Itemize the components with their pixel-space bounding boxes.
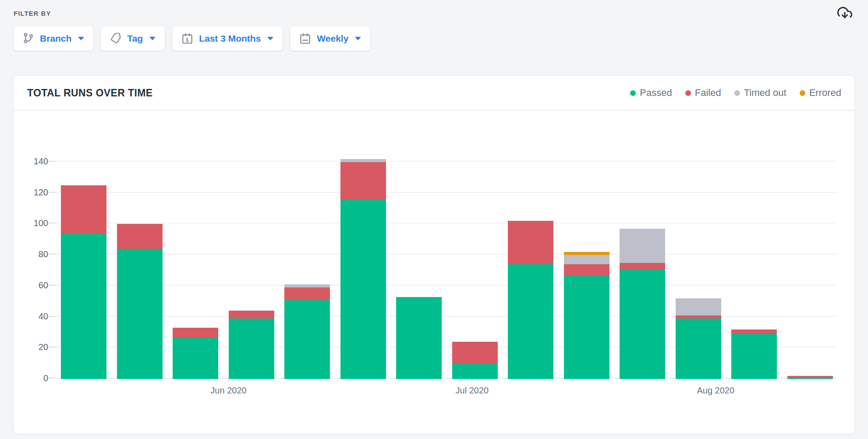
bar-segment-failed[interactable] bbox=[229, 311, 274, 319]
legend-item-errored: Errored bbox=[800, 87, 841, 99]
bar-segment-timed-out[interactable] bbox=[620, 229, 665, 263]
bar-week-1[interactable] bbox=[61, 185, 106, 379]
card-title: TOTAL RUNS OVER TIME bbox=[27, 87, 153, 99]
bar-segment-passed[interactable] bbox=[452, 364, 498, 379]
bar-week-13[interactable] bbox=[731, 329, 777, 379]
y-tick bbox=[48, 223, 55, 223]
bar-segment-errored[interactable] bbox=[564, 252, 609, 255]
bar-segment-passed[interactable] bbox=[173, 337, 218, 379]
y-tick-label: 20 bbox=[14, 342, 48, 352]
bar-week-6[interactable] bbox=[340, 159, 386, 379]
bar-week-2[interactable] bbox=[117, 224, 163, 379]
y-tick bbox=[48, 161, 55, 162]
svg-text:1: 1 bbox=[186, 37, 189, 42]
calendar-date-icon: 1 bbox=[181, 33, 193, 45]
bar-segment-timed-out[interactable] bbox=[340, 159, 386, 162]
card-header: TOTAL RUNS OVER TIME PassedFailedTimed o… bbox=[14, 76, 854, 111]
y-tick-label: 60 bbox=[14, 280, 48, 290]
legend-dot bbox=[800, 90, 805, 96]
x-axis-label-aug-2020: Aug 2020 bbox=[697, 386, 734, 395]
gridline-y-140 bbox=[52, 161, 837, 162]
x-axis-label-jun-2020: Jun 2020 bbox=[210, 386, 246, 395]
bar-segment-passed[interactable] bbox=[564, 275, 609, 379]
x-tick bbox=[228, 379, 229, 382]
git-branch-icon bbox=[23, 33, 34, 44]
bar-week-5[interactable] bbox=[284, 284, 330, 379]
gridline-y-100 bbox=[52, 223, 837, 223]
x-tick bbox=[715, 379, 716, 382]
total-runs-card: TOTAL RUNS OVER TIME PassedFailedTimed o… bbox=[14, 76, 854, 434]
bar-segment-passed[interactable] bbox=[396, 297, 442, 379]
legend-label: Passed bbox=[640, 87, 672, 99]
bar-segment-passed[interactable] bbox=[676, 319, 721, 379]
bar-week-10[interactable] bbox=[564, 252, 609, 379]
bar-segment-passed[interactable] bbox=[340, 199, 386, 379]
date-range-filter-label: Last 3 Months bbox=[199, 33, 261, 44]
legend-dot bbox=[685, 90, 691, 96]
bar-segment-failed[interactable] bbox=[452, 342, 498, 364]
bar-segment-failed[interactable] bbox=[173, 328, 218, 337]
y-tick-label: 120 bbox=[14, 188, 48, 197]
chevron-down-icon bbox=[78, 37, 84, 40]
bar-segment-passed[interactable] bbox=[284, 300, 330, 379]
gridline-y-80 bbox=[52, 254, 837, 255]
interval-filter-label: Weekly bbox=[317, 33, 348, 44]
filter-by-label: FILTER BY bbox=[14, 10, 51, 17]
chevron-down-icon bbox=[149, 37, 156, 40]
legend-label: Errored bbox=[809, 87, 841, 99]
date-range-filter-button[interactable]: 1 Last 3 Months bbox=[172, 26, 283, 51]
tag-filter-button[interactable]: Tag bbox=[101, 26, 165, 51]
bar-segment-passed[interactable] bbox=[508, 264, 553, 379]
bar-week-9[interactable] bbox=[508, 221, 553, 379]
bar-segment-passed[interactable] bbox=[117, 249, 163, 379]
legend-dot bbox=[630, 90, 636, 96]
bar-week-8[interactable] bbox=[452, 342, 498, 379]
bar-segment-timed-out[interactable] bbox=[284, 284, 330, 287]
legend-item-failed: Failed bbox=[685, 87, 721, 99]
x-axis-label-jul-2020: Jul 2020 bbox=[456, 386, 489, 395]
bar-segment-failed[interactable] bbox=[61, 185, 106, 234]
bar-week-3[interactable] bbox=[173, 328, 218, 379]
bar-week-12[interactable] bbox=[676, 298, 721, 379]
bar-week-7[interactable] bbox=[396, 297, 442, 379]
gridline-y-60 bbox=[52, 285, 837, 286]
bar-segment-failed[interactable] bbox=[620, 263, 665, 269]
bar-week-14[interactable] bbox=[787, 376, 833, 379]
y-tick-label: 100 bbox=[14, 218, 48, 228]
y-tick bbox=[48, 285, 55, 286]
bar-week-4[interactable] bbox=[229, 311, 274, 379]
y-tick bbox=[48, 347, 55, 347]
calendar-week-icon bbox=[299, 33, 311, 45]
filter-bar: Branch Tag 1 Last 3 Months bbox=[14, 26, 370, 51]
bar-week-11[interactable] bbox=[620, 229, 665, 379]
bar-segment-timed-out[interactable] bbox=[564, 255, 609, 264]
bar-segment-failed[interactable] bbox=[508, 221, 553, 264]
bar-segment-passed[interactable] bbox=[61, 234, 106, 379]
legend-item-timed-out: Timed out bbox=[734, 87, 787, 99]
bar-segment-failed[interactable] bbox=[340, 162, 386, 199]
chevron-down-icon bbox=[267, 37, 273, 40]
y-tick-label: 0 bbox=[14, 373, 48, 383]
y-tick bbox=[48, 378, 55, 379]
x-tick bbox=[471, 379, 472, 382]
bar-segment-failed[interactable] bbox=[676, 315, 721, 319]
bar-segment-passed[interactable] bbox=[731, 334, 777, 379]
branch-filter-button[interactable]: Branch bbox=[14, 26, 93, 51]
total-runs-chart: 020406080100120140Jun 2020Jul 2020Aug 20… bbox=[52, 161, 837, 378]
y-tick bbox=[48, 254, 55, 255]
bar-segment-failed[interactable] bbox=[731, 329, 777, 334]
interval-filter-button[interactable]: Weekly bbox=[290, 26, 370, 51]
bar-segment-failed[interactable] bbox=[564, 264, 609, 275]
branch-filter-label: Branch bbox=[40, 33, 71, 44]
gridline-y-120 bbox=[52, 192, 837, 193]
bar-segment-timed-out[interactable] bbox=[676, 298, 721, 315]
bar-segment-failed[interactable] bbox=[117, 224, 163, 249]
cloud-download-icon bbox=[837, 6, 852, 21]
legend-dot bbox=[734, 90, 740, 96]
bar-segment-passed[interactable] bbox=[787, 377, 833, 379]
download-button[interactable] bbox=[836, 4, 854, 23]
bar-segment-passed[interactable] bbox=[229, 319, 274, 379]
bar-segment-passed[interactable] bbox=[620, 269, 665, 379]
bar-segment-failed[interactable] bbox=[284, 287, 330, 300]
chart-legend: PassedFailedTimed outErrored bbox=[630, 87, 841, 99]
